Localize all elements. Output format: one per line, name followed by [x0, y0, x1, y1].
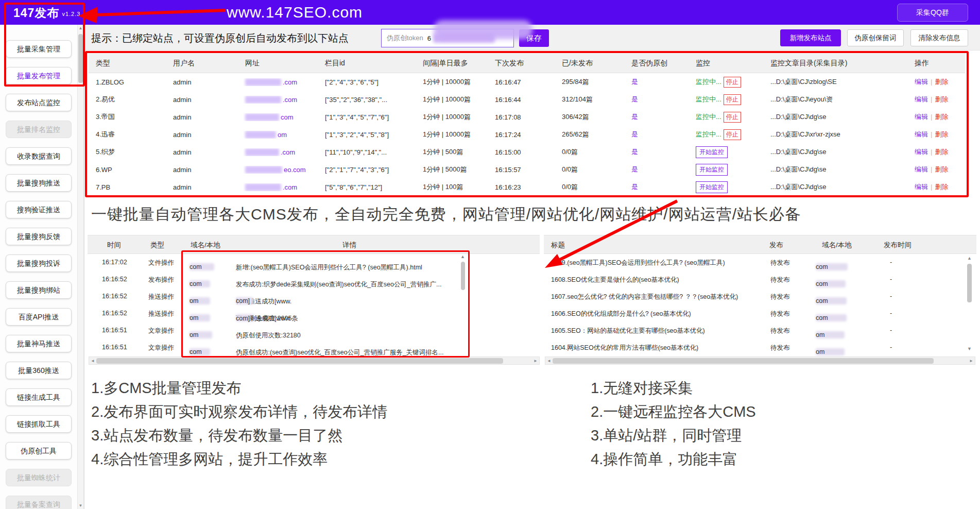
cell-actions: 编辑|删除: [907, 95, 962, 104]
stop-monitor-button[interactable]: 停止: [724, 77, 741, 88]
cell-url: .com: [238, 183, 318, 191]
scroll-down-icon[interactable]: ▼: [967, 346, 972, 351]
scroll-right-icon[interactable]: ►: [969, 359, 973, 363]
scroll-up-icon[interactable]: ▲: [967, 256, 972, 261]
add-publish-site-button[interactable]: 新增发布站点: [780, 29, 841, 46]
log-type: 发布操作: [148, 276, 174, 284]
scroll-up-icon[interactable]: ▲: [78, 26, 83, 30]
stop-monitor-button[interactable]: 停止: [724, 94, 741, 105]
col-header-time: 时间: [107, 241, 121, 250]
app-logo-text: 147发布: [13, 6, 59, 20]
sidebar-item-baidu-api-push[interactable]: 百度API推送: [6, 308, 72, 326]
queue-time: -: [890, 276, 892, 283]
sidebar-item-sogou-verify-push[interactable]: 搜狗验证推送: [6, 201, 72, 218]
log-time: 16:16:51: [102, 327, 127, 334]
sidebar-item-pseudo-original[interactable]: 伪原创工具: [6, 442, 72, 460]
cell-columnid: ["2","4","3","6","5"]: [318, 78, 416, 86]
sidebar-item-index-query[interactable]: 收录数据查询: [6, 147, 72, 165]
monitoring-status: 监控中...: [696, 113, 721, 121]
log-row: 16:16:51 文章操作 wwcom 伪原创成功:(seo查询)seo优化_百…: [88, 339, 540, 356]
cell-user: admin: [166, 113, 238, 121]
sidebar-scrollbar[interactable]: ▲ ▼: [77, 25, 84, 509]
delete-link[interactable]: 删除: [935, 148, 948, 156]
delete-link[interactable]: 删除: [935, 95, 948, 103]
table-row: 1.ZBLOG admin .com ["2","4","3","6","5"]…: [89, 73, 965, 91]
site-url-text: www.147SEO.com: [227, 4, 363, 21]
sidebar-item-batch-publish[interactable]: 批量发布管理: [6, 67, 72, 84]
sidebar-item-sogou-bind[interactable]: 批量搜狗绑站: [6, 281, 72, 299]
scrollbar-thumb[interactable]: [78, 34, 83, 83]
sidebar-item-360-push[interactable]: 批量360推送: [6, 362, 72, 379]
url-suffix: .com: [283, 183, 297, 191]
queue-time: -: [890, 344, 892, 351]
monitoring-status: 监控中...: [696, 78, 721, 86]
scrollbar-thumb[interactable]: [553, 358, 934, 364]
edit-link[interactable]: 编辑: [915, 183, 928, 191]
log-time: 16:16:51: [102, 344, 127, 351]
col-header-type: 类型: [150, 241, 164, 250]
publish-row: 1608.SEO优化主要是做什么的(seo基本优化) 待发布 com -: [544, 271, 976, 288]
url-suffix: .com: [281, 148, 295, 156]
log-time: 16:17:02: [102, 259, 127, 266]
sidebar-item-sogou-complaint[interactable]: 批量搜狗投诉: [6, 254, 72, 272]
log-horizontal-scrollbar[interactable]: ◄ ►: [89, 357, 540, 365]
edit-link[interactable]: 编辑: [915, 113, 928, 121]
cell-interval: 1分钟 | 10000篇: [416, 95, 488, 104]
log-time: 16:16:52: [102, 310, 127, 317]
start-monitor-button[interactable]: 开始监控: [696, 146, 728, 158]
cell-url: om: [238, 131, 318, 139]
sidebar-item-batch-collect[interactable]: 批量采集管理: [6, 40, 72, 58]
start-monitor-button[interactable]: 开始监控: [696, 181, 728, 193]
edit-link[interactable]: 编辑: [915, 148, 928, 156]
sidebar-item-shenma-push[interactable]: 批量神马推送: [6, 335, 72, 352]
scrollbar-thumb[interactable]: [96, 358, 503, 364]
publish-horizontal-scrollbar[interactable]: ◄ ►: [545, 357, 975, 365]
queue-time: -: [890, 327, 892, 334]
cell-pseudo: 是: [624, 165, 689, 174]
cell-user: admin: [166, 78, 238, 86]
delete-link[interactable]: 删除: [935, 165, 948, 173]
sidebar-item-sogou-feedback[interactable]: 批量搜狗反馈: [6, 228, 72, 245]
cell-interval: 1分钟 | 10000篇: [416, 77, 488, 87]
queue-status: 待发布: [770, 276, 790, 284]
col-header-detail: 详情: [342, 241, 356, 250]
sidebar-item-link-generate[interactable]: 链接生成工具: [6, 388, 72, 406]
edit-link[interactable]: 编辑: [915, 165, 928, 173]
stop-monitor-button[interactable]: 停止: [724, 129, 741, 140]
sidebar-item-sogou-push[interactable]: 批量搜狗推送: [6, 174, 72, 192]
log-type: 推送操作: [148, 310, 174, 318]
publish-row: 1607.seo怎么优化? 优化的内容主要包括哪些? ？？(seo基本优化) 待…: [544, 288, 976, 305]
edit-link[interactable]: 编辑: [915, 95, 928, 103]
queue-time: -: [890, 259, 892, 266]
scroll-left-icon[interactable]: ◄: [547, 359, 551, 363]
queue-title: 1607.seo怎么优化? 优化的内容主要包括哪些? ？？(seo基本优化): [551, 293, 738, 301]
stop-monitor-button[interactable]: 停止: [724, 112, 741, 123]
publish-row: 1609.(seo黑帽工具)SEO会运用到些什么工具? (seo黑帽工具) 待发…: [544, 254, 976, 271]
cell-pseudo: 是: [624, 95, 689, 104]
cell-published: 306/42篇: [555, 112, 624, 122]
url-suffix: com: [281, 113, 294, 121]
clear-publish-info-button[interactable]: 清除发布信息: [910, 29, 968, 46]
pseudo-keep-words-button[interactable]: 伪原创保留词: [847, 29, 904, 46]
scroll-left-icon[interactable]: ◄: [91, 359, 95, 363]
scrollbar-thumb[interactable]: [967, 264, 972, 302]
scroll-up-icon[interactable]: ▲: [460, 254, 465, 259]
sidebar-item-link-grab[interactable]: 链接抓取工具: [6, 415, 72, 433]
delete-link[interactable]: 删除: [935, 78, 948, 86]
start-monitor-button[interactable]: 开始监控: [696, 164, 728, 176]
scroll-right-icon[interactable]: ►: [534, 359, 538, 363]
cell-pseudo: 是: [624, 147, 689, 157]
delete-link[interactable]: 删除: [935, 113, 948, 121]
queue-title: 1604.网站SEO优化的常用方法有哪些(seo基本优化): [551, 344, 698, 352]
delete-link[interactable]: 删除: [935, 183, 948, 191]
cell-dir: ...D:\桌面\CJ\dg\se: [763, 147, 907, 157]
edit-link[interactable]: 编辑: [915, 78, 928, 86]
qq-group-button[interactable]: 采集QQ群: [897, 4, 968, 22]
scrollbar-thumb[interactable]: [461, 262, 465, 290]
queue-status: 待发布: [770, 310, 790, 318]
delete-link[interactable]: 删除: [935, 130, 948, 138]
sidebar-item-spider-stats: 批量蜘蛛统计: [6, 469, 72, 486]
sidebar-item-site-monitor[interactable]: 发布站点监控: [6, 94, 72, 111]
edit-link[interactable]: 编辑: [915, 130, 928, 138]
scroll-down-icon[interactable]: ▼: [78, 503, 83, 508]
